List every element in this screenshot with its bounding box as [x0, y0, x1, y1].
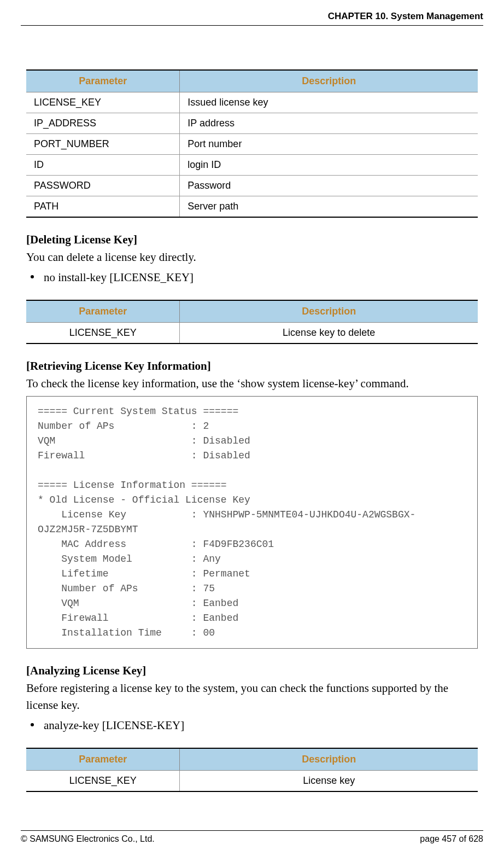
body-text-delete: You can delete a license key directly.: [26, 249, 478, 266]
section-heading-retrieve: [Retrieving License Key Information]: [26, 359, 478, 373]
bullet-analyze: analyze-key [LICENSE-KEY]: [44, 717, 478, 735]
table-row: PATHServer path: [26, 196, 478, 218]
table-header-description: Description: [180, 300, 478, 323]
body-text-retrieve: To check the license key information, us…: [26, 375, 478, 393]
table-parameters-2: Parameter Description LICENSE_KEYLicense…: [26, 300, 478, 344]
section-heading-analyze: [Analyzing License Key]: [26, 664, 478, 678]
table-row: PORT_NUMBERPort number: [26, 134, 478, 155]
body-text-analyze: Before registering a license key to the …: [26, 680, 478, 714]
page-footer: © SAMSUNG Electronics Co., Ltd. page 457…: [21, 830, 483, 844]
table-row: IDlogin ID: [26, 155, 478, 176]
table-parameters-1: Parameter Description LICENSE_KEYIssued …: [26, 69, 478, 218]
table-row: LICENSE_KEYLicense key to delete: [26, 323, 478, 344]
table-header-parameter: Parameter: [26, 748, 180, 771]
table-header-description: Description: [180, 748, 478, 771]
table-header-parameter: Parameter: [26, 300, 180, 323]
chapter-header: CHAPTER 10. System Management: [21, 11, 483, 26]
table-row: LICENSE_KEYIssued license key: [26, 92, 478, 113]
bullet-delete: no install-key [LICENSE_KEY]: [44, 269, 478, 287]
footer-copyright: © SAMSUNG Electronics Co., Ltd.: [21, 834, 155, 844]
table-header-description: Description: [180, 70, 478, 92]
footer-page-number: page 457 of 628: [420, 834, 483, 844]
table-row: LICENSE_KEYLicense key: [26, 771, 478, 792]
section-heading-delete: [Deleting License Key]: [26, 233, 478, 247]
table-parameters-3: Parameter Description LICENSE_KEYLicense…: [26, 748, 478, 792]
table-row: IP_ADDRESSIP address: [26, 113, 478, 134]
table-header-parameter: Parameter: [26, 70, 180, 92]
code-block-license-output: ===== Current System Status ====== Numbe…: [26, 396, 478, 649]
table-row: PASSWORDPassword: [26, 176, 478, 196]
